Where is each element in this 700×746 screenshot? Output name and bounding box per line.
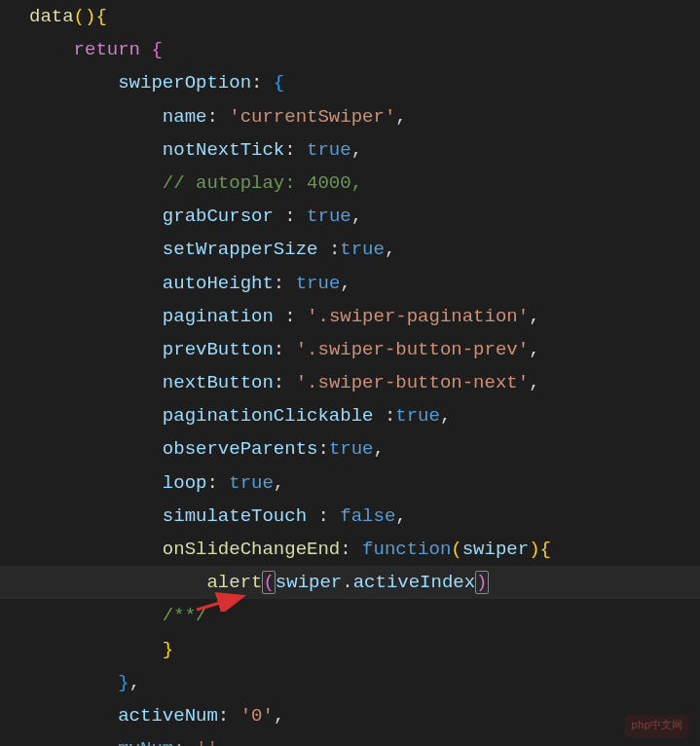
code-line: prevButton: '.swiper-button-prev', [0,333,700,366]
code-line: paginationClickable :true, [0,399,700,432]
code-line: pagination : '.swiper-pagination', [0,300,700,333]
property-token: swiperOption [118,72,251,93]
string-token: '.swiper-button-next' [296,372,529,393]
property-token: setWrapperSize [163,239,318,260]
property-token: myNum [118,738,173,746]
code-line: }, [0,666,700,699]
code-line: activeNum: '0', [0,699,700,732]
property-token: autoHeight [163,273,274,294]
boolean-token: true [395,405,440,427]
property-token: paginationClickable [163,405,374,427]
property-token: simulateTouch [163,505,307,527]
function-token: function [362,539,451,560]
method-token: alert [206,572,262,593]
code-editor[interactable]: data(){ return { swiperOption: { name: '… [0,0,700,746]
code-line: loop: true, [0,466,700,500]
code-line: onSlideChangeEnd: function(swiper){ [0,533,700,566]
code-line: notNextTick: true, [0,133,700,167]
code-line: myNum: '' [0,732,700,746]
boolean-token: false [340,505,395,527]
code-line: swiperOption: { [0,66,700,99]
code-line: setWrapperSize :true, [0,233,700,266]
code-line: name: 'currentSwiper', [0,100,700,133]
property-token: prevButton [163,339,274,360]
code-line: /**/ [0,599,700,632]
boolean-token: true [296,273,341,294]
property-token: activeIndex [353,572,475,593]
code-line: simulateTouch : false, [0,500,700,533]
param-token: swiper [462,539,529,560]
code-line: autoHeight: true, [0,267,700,300]
boolean-token: true [229,472,274,494]
code-line: grabCursor : true, [0,200,700,233]
string-token: 'currentSwiper' [229,106,395,128]
code-line-highlight: alert(swiper.activeIndex) [0,566,700,599]
method-token: onSlideChangeEnd [163,539,340,560]
code-line: nextButton: '.swiper-button-next', [0,366,700,399]
property-token: pagination [163,306,274,327]
boolean-token: true [307,139,351,161]
method-token: data [29,6,74,27]
keyword-token: return [74,39,140,60]
property-token: activeNum [118,705,218,727]
comment-token: // autoplay: 4000, [163,172,362,194]
property-token: loop [163,472,207,494]
param-token: swiper [276,572,342,593]
string-token: '' [196,738,218,746]
code-line: } [0,633,700,666]
string-token: '.swiper-pagination' [307,306,529,327]
boolean-token: true [340,239,385,260]
string-token: '.swiper-button-prev' [296,339,529,360]
property-token: grabCursor [163,205,274,227]
comment-token: /**/ [163,605,207,626]
code-line: return { [0,33,700,66]
property-token: notNextTick [163,139,284,161]
boolean-token: true [329,438,374,460]
property-token: nextButton [163,372,274,393]
code-line: // autoplay: 4000, [0,167,700,200]
watermark: php中文网 [625,715,688,738]
property-token: observeParents [163,438,318,460]
string-token: '0' [240,705,274,727]
code-line: data(){ [0,0,700,33]
property-token: name [163,106,207,128]
code-line: observeParents:true, [0,432,700,466]
boolean-token: true [307,205,351,227]
